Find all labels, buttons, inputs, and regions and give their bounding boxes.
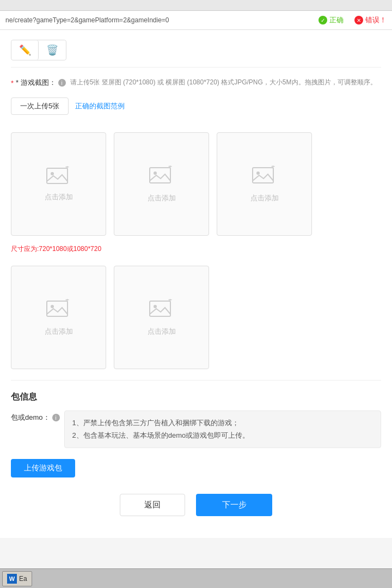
placeholder-text-5: 点击添加 [148, 327, 176, 336]
image-placeholder-icon-3: + [252, 166, 278, 189]
top-bar [0, 0, 392, 11]
package-label: 包或demo： i [11, 411, 60, 422]
package-hint-box: 1、严禁上传包含第三方广告植入和捆绑下载的游戏； 2、包含基本玩法、基本场景的d… [64, 411, 381, 448]
package-hint-1: 1、严禁上传包含第三方广告植入和捆绑下载的游戏； [72, 416, 373, 429]
example-link[interactable]: 正确的截图范例 [75, 101, 125, 111]
package-info-icon[interactable]: i [52, 414, 60, 421]
toolbar-group: ✏️ 🗑️ [11, 40, 66, 60]
next-button[interactable]: 下一步 [196, 494, 272, 516]
screenshot-placeholder-3[interactable]: + 点击添加 [217, 132, 312, 236]
placeholder-text-3: 点击添加 [250, 193, 279, 203]
svg-point-13 [154, 305, 157, 308]
size-warning: 尺寸应为:720*1080或1080*720 [11, 244, 101, 254]
screenshot-placeholder-5[interactable]: + 点击添加 [114, 266, 209, 369]
screenshot-placeholder-2[interactable]: + 点击添加 [114, 132, 209, 236]
svg-text:+: + [168, 299, 172, 304]
screenshot-label: * * 游戏截图： i [11, 76, 66, 88]
placeholder-text-4: 点击添加 [45, 327, 73, 336]
toolbar-row: ✏️ 🗑️ [11, 35, 381, 68]
screenshot-placeholder-4[interactable]: + 点击添加 [11, 266, 106, 369]
svg-text:+: + [271, 166, 275, 170]
package-hint-2: 2、包含基本玩法、基本场景的demo或游戏包即可上传。 [72, 429, 373, 442]
svg-text:+: + [168, 166, 172, 170]
placeholder-text-1: 点击添加 [45, 192, 73, 202]
svg-rect-3 [150, 168, 170, 183]
check-icon: ✓ [318, 16, 327, 24]
footer-buttons: 返回 下一步 [11, 494, 381, 527]
svg-point-10 [51, 305, 54, 308]
upload-5-button[interactable]: 一次上传5张 [11, 97, 69, 115]
delete-button[interactable]: 🗑️ [39, 40, 66, 60]
status-correct: ✓ 正确 [318, 15, 344, 25]
package-section-title: 包信息 [11, 391, 381, 403]
image-placeholder-icon-2: + [149, 166, 175, 189]
svg-rect-12 [150, 301, 170, 316]
url-bar: ne/create?gameType=2&gamePlatform=2&game… [0, 11, 392, 30]
url-text: ne/create?gameType=2&gamePlatform=2&game… [5, 16, 308, 24]
status-error: ✕ 错误！ [354, 15, 387, 25]
screenshot-hint: 请上传5张 竖屏图 (392*588) 或 横屏图 (588*392) 格式… [70, 76, 377, 87]
screenshots-row-1: + 点击添加 + 点击添加 [11, 132, 312, 236]
svg-text:+: + [65, 299, 69, 304]
placeholder-text-2: 点击添加 [148, 193, 176, 203]
info-icon[interactable]: i [58, 79, 66, 87]
svg-rect-0 [47, 168, 68, 183]
svg-point-7 [256, 171, 260, 175]
back-button[interactable]: 返回 [120, 494, 185, 516]
x-icon: ✕ [354, 16, 363, 24]
section-divider [11, 380, 381, 381]
trash-icon: 🗑️ [46, 44, 58, 56]
svg-text:+: + [65, 166, 69, 171]
screenshots-row-2: + 点击添加 + 点击添加 [11, 266, 209, 369]
package-form-row: 包或demo： i 1、严禁上传包含第三方广告植入和捆绑下载的游戏； 2、包含基… [11, 411, 381, 448]
image-placeholder-icon-4: + [46, 299, 72, 322]
svg-point-1 [51, 172, 54, 175]
svg-rect-9 [47, 301, 68, 316]
screenshot-placeholder-1[interactable]: + 点击添加 [11, 132, 106, 236]
screenshot-form-row: * * 游戏截图： i 请上传5张 竖屏图 (392*588) 或 横屏图 (… [11, 76, 381, 369]
svg-rect-6 [253, 168, 273, 183]
image-placeholder-icon-1: + [46, 166, 72, 188]
image-placeholder-icon-5: + [149, 299, 175, 322]
edit-button[interactable]: ✏️ [11, 40, 39, 60]
svg-point-4 [154, 171, 157, 175]
upload-package-button[interactable]: 上传游戏包 [11, 459, 75, 477]
edit-icon: ✏️ [19, 44, 31, 56]
